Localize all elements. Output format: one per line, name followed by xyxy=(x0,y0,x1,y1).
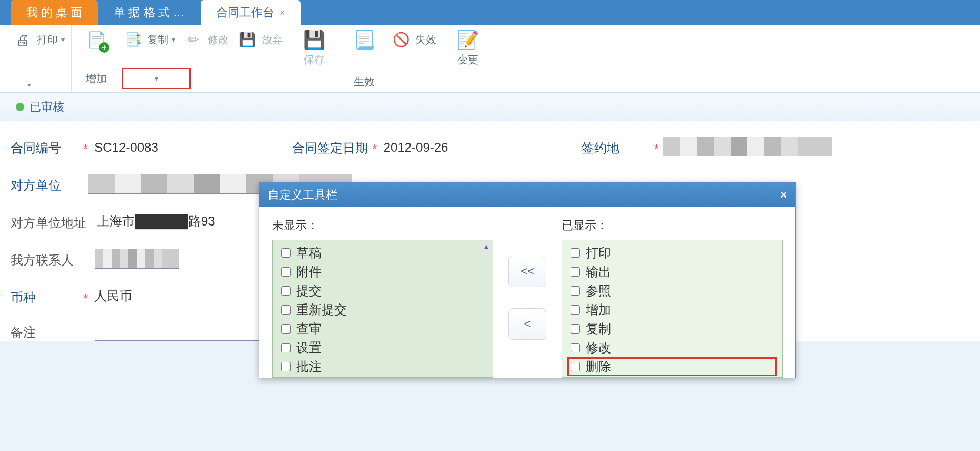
modify-label: 修改 xyxy=(208,33,229,47)
add-icon xyxy=(85,28,107,51)
effect-button[interactable] xyxy=(346,28,383,51)
discard-label: 放弃 xyxy=(262,33,283,47)
change-label: 变更 xyxy=(457,53,478,67)
left-listbox[interactable]: ▲ 草稿 附件 提交 重新提交 查审 设置 批注 xyxy=(272,240,493,378)
print-label: 打印 xyxy=(37,33,58,47)
required-mark: * xyxy=(83,142,88,156)
chevron-down-icon[interactable]: ▾ xyxy=(61,35,65,44)
list-item: 附件 xyxy=(278,262,487,281)
pencil-icon xyxy=(183,28,205,51)
paper-icon xyxy=(353,28,375,51)
close-icon[interactable]: × xyxy=(279,7,285,18)
modify-button[interactable]: 修改 xyxy=(183,28,229,51)
checkbox[interactable] xyxy=(571,305,580,315)
tab-desktop[interactable]: 我 的 桌 面 xyxy=(11,0,98,25)
list-item-label: 修改 xyxy=(586,339,611,356)
toolbar-group-edit: 复制 ▾ 修改 放弃 增加 ▾ xyxy=(72,25,289,92)
list-item: 修改 xyxy=(567,338,777,357)
move-all-left-button[interactable]: << xyxy=(508,256,546,287)
status-dot-icon xyxy=(16,103,24,111)
copy-button[interactable]: 复制 ▾ xyxy=(122,28,175,51)
dialog-titlebar[interactable]: 自定义工具栏 × xyxy=(259,183,795,207)
toolbar-group-save: 保存 xyxy=(289,25,339,92)
checkbox[interactable] xyxy=(571,324,580,334)
value-contract-no[interactable]: SC12-0083 xyxy=(92,139,261,156)
right-listbox[interactable]: 打印 输出 参照 增加 复制 修改 删除 xyxy=(562,240,783,378)
tab-label: 单 据 格 式 … xyxy=(114,5,184,21)
forbid-icon xyxy=(390,28,412,51)
save-label: 保存 xyxy=(304,53,325,67)
status-text: 已审核 xyxy=(29,99,64,115)
checkbox[interactable] xyxy=(571,267,580,277)
list-item-label: 复制 xyxy=(586,320,611,337)
required-mark: * xyxy=(654,142,659,156)
label-other-party: 对方单位 xyxy=(11,177,79,194)
dialog-transfer-buttons: << < xyxy=(504,218,551,378)
discard-button[interactable]: 放弃 xyxy=(236,28,283,51)
customize-toolbar-dialog: 自定义工具栏 × 未显示： ▲ 草稿 附件 提交 重新提交 查审 设置 批注 <… xyxy=(259,182,796,378)
copy-icon xyxy=(122,28,144,51)
dialog-left-column: 未显示： ▲ 草稿 附件 提交 重新提交 查审 设置 批注 xyxy=(272,218,493,378)
add-button[interactable] xyxy=(78,28,115,51)
toolbar-group-effect: 失效 生效 xyxy=(339,25,443,92)
chevron-down-icon[interactable]: ▾ xyxy=(172,35,175,44)
tab-label: 我 的 桌 面 xyxy=(26,5,82,21)
value-sign-date[interactable]: 2012-09-26 xyxy=(382,139,550,156)
list-item: 打印 xyxy=(567,243,777,262)
close-icon[interactable]: × xyxy=(780,188,787,202)
checkbox[interactable] xyxy=(281,324,291,334)
value-our-contact[interactable]: （已隐藏） xyxy=(95,249,179,269)
chevron-down-icon[interactable]: ▾ xyxy=(27,81,31,89)
list-item: 设置 xyxy=(278,338,487,357)
required-mark: * xyxy=(83,291,88,306)
label-contract-no: 合同编号 xyxy=(11,140,79,156)
required-mark: * xyxy=(372,142,377,156)
tab-contract-bench[interactable]: 合同工作台 × xyxy=(201,0,301,25)
status-bar: 已审核 xyxy=(0,93,980,121)
label-sign-place: 签约地 xyxy=(582,140,650,156)
checkbox[interactable] xyxy=(281,343,291,352)
tab-bill-format[interactable]: 单 据 格 式 … xyxy=(98,0,200,25)
checkbox[interactable] xyxy=(571,362,580,371)
checkbox[interactable] xyxy=(281,305,291,315)
checkbox[interactable] xyxy=(571,286,580,296)
list-item: 输出 xyxy=(567,262,777,281)
checkbox[interactable] xyxy=(281,286,291,296)
list-item-label: 设置 xyxy=(296,339,322,356)
value-currency[interactable]: 人民币 xyxy=(92,287,197,306)
invalid-button[interactable]: 失效 xyxy=(390,28,436,51)
list-item: 重新提交 xyxy=(278,300,487,319)
toolbar-group-change: 变更 xyxy=(443,25,493,92)
toolbar-group-print: 打印 ▾ ▾ xyxy=(5,25,72,92)
dialog-right-column: 已显示： 打印 输出 参照 增加 复制 修改 删除 xyxy=(562,218,783,378)
list-item-delete-highlighted: 删除 xyxy=(567,357,777,376)
disk-icon xyxy=(236,28,258,51)
checkbox[interactable] xyxy=(281,362,291,371)
save-button[interactable]: 保存 xyxy=(296,28,333,67)
checkbox[interactable] xyxy=(281,248,291,258)
list-item: 批注 xyxy=(278,357,487,376)
label-currency: 币种 xyxy=(11,289,79,306)
list-item-label: 打印 xyxy=(586,244,611,261)
checkbox[interactable] xyxy=(571,248,580,258)
scroll-up-icon[interactable]: ▲ xyxy=(481,241,492,252)
list-item: 复制 xyxy=(567,319,777,338)
list-item-label: 增加 xyxy=(586,301,611,318)
list-item-label: 提交 xyxy=(296,282,322,299)
highlighted-dropdown[interactable]: ▾ xyxy=(122,68,191,89)
right-header: 已显示： xyxy=(562,218,783,233)
list-item-label: 重新提交 xyxy=(296,301,347,318)
list-item: 参照 xyxy=(567,281,777,300)
label-other-addr: 对方单位地址 xyxy=(11,214,95,231)
change-button[interactable]: 变更 xyxy=(449,28,486,67)
checkbox[interactable] xyxy=(281,267,291,277)
value-sign-place[interactable]: （已隐藏） xyxy=(663,137,832,156)
move-left-button[interactable]: < xyxy=(508,308,546,340)
edit-icon xyxy=(457,28,479,51)
checkbox[interactable] xyxy=(571,343,580,352)
invalid-label: 失效 xyxy=(415,33,436,47)
label-remark: 备注 xyxy=(11,324,95,341)
toolbar: 打印 ▾ ▾ 复制 ▾ 修改 放弃 增加 xyxy=(0,25,980,93)
print-icon xyxy=(12,28,34,51)
print-button[interactable]: 打印 ▾ xyxy=(12,28,65,51)
